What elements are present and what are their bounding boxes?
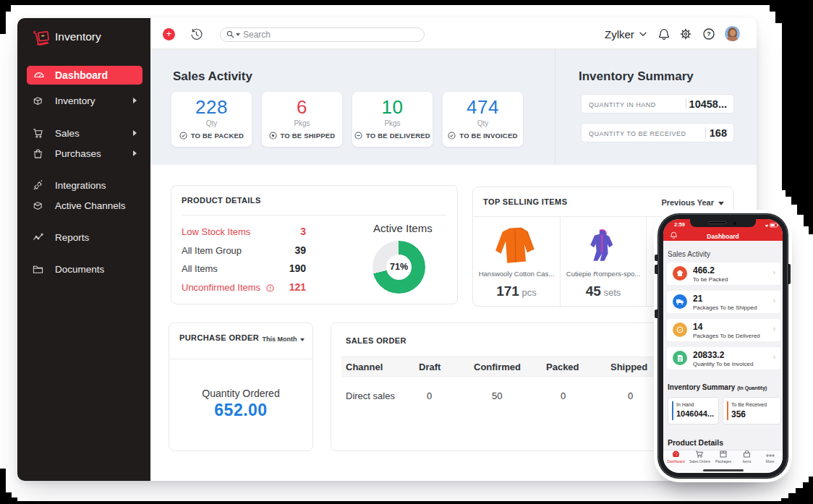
svg-text:?: ? — [707, 30, 711, 38]
